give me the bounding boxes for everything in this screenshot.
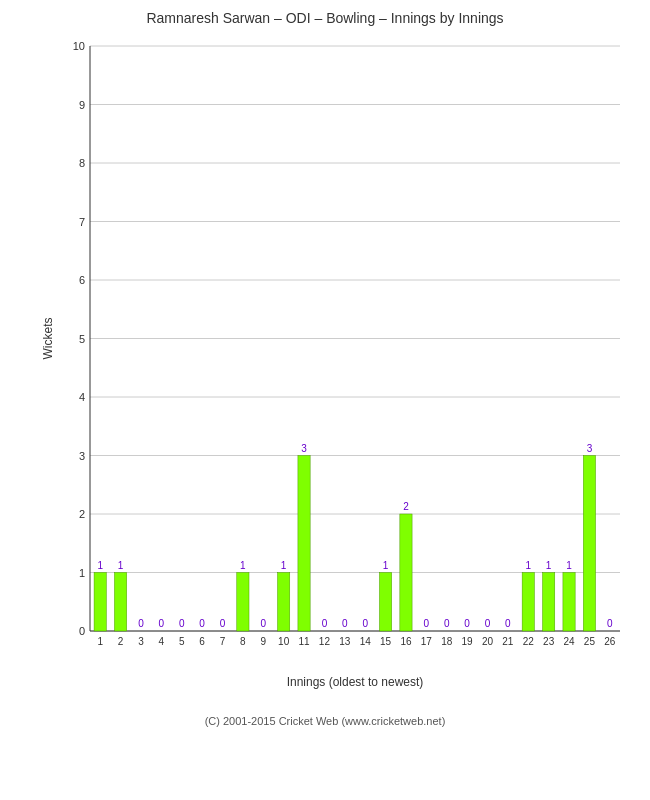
svg-text:8: 8 (240, 636, 246, 647)
svg-text:13: 13 (339, 636, 351, 647)
svg-text:8: 8 (79, 157, 85, 169)
bar (543, 573, 555, 632)
svg-text:25: 25 (584, 636, 596, 647)
svg-text:23: 23 (543, 636, 555, 647)
svg-text:0: 0 (444, 618, 450, 629)
svg-text:1: 1 (97, 560, 103, 571)
svg-text:1: 1 (281, 560, 287, 571)
svg-text:16: 16 (400, 636, 412, 647)
footer-text: (C) 2001-2015 Cricket Web (www.cricketwe… (205, 715, 446, 727)
svg-text:15: 15 (380, 636, 392, 647)
svg-text:14: 14 (360, 636, 372, 647)
svg-text:0: 0 (159, 618, 165, 629)
svg-text:0: 0 (199, 618, 205, 629)
svg-text:3: 3 (79, 450, 85, 462)
svg-text:24: 24 (563, 636, 575, 647)
bar-chart: 012345678910Wickets111203040506071809110… (40, 31, 640, 711)
bar (298, 456, 310, 632)
svg-text:10: 10 (73, 40, 85, 52)
svg-text:0: 0 (505, 618, 511, 629)
svg-text:21: 21 (502, 636, 514, 647)
svg-text:0: 0 (362, 618, 368, 629)
bar (563, 573, 575, 632)
svg-text:6: 6 (79, 274, 85, 286)
bar (379, 573, 391, 632)
svg-text:0: 0 (607, 618, 613, 629)
bar (94, 573, 106, 632)
svg-text:0: 0 (342, 618, 348, 629)
svg-text:0: 0 (179, 618, 185, 629)
svg-text:3: 3 (138, 636, 144, 647)
svg-text:17: 17 (421, 636, 433, 647)
svg-text:9: 9 (79, 99, 85, 111)
svg-text:3: 3 (301, 443, 307, 454)
svg-text:22: 22 (523, 636, 535, 647)
svg-text:1: 1 (383, 560, 389, 571)
svg-text:0: 0 (220, 618, 226, 629)
svg-text:6: 6 (199, 636, 205, 647)
svg-text:0: 0 (424, 618, 430, 629)
bar (522, 573, 534, 632)
svg-text:1: 1 (525, 560, 531, 571)
svg-text:0: 0 (464, 618, 470, 629)
svg-text:1: 1 (566, 560, 572, 571)
bar (237, 573, 249, 632)
svg-text:10: 10 (278, 636, 290, 647)
svg-text:1: 1 (546, 560, 552, 571)
svg-text:Innings (oldest to newest): Innings (oldest to newest) (287, 675, 424, 689)
svg-text:0: 0 (138, 618, 144, 629)
svg-text:0: 0 (322, 618, 328, 629)
svg-text:5: 5 (79, 333, 85, 345)
svg-text:11: 11 (298, 636, 310, 647)
bar (278, 573, 290, 632)
svg-text:2: 2 (79, 508, 85, 520)
svg-text:2: 2 (403, 501, 409, 512)
svg-text:7: 7 (220, 636, 226, 647)
svg-text:0: 0 (485, 618, 491, 629)
svg-text:4: 4 (159, 636, 165, 647)
svg-text:1: 1 (97, 636, 103, 647)
svg-text:26: 26 (604, 636, 616, 647)
svg-text:18: 18 (441, 636, 453, 647)
chart-container: Ramnaresh Sarwan – ODI – Bowling – Innin… (0, 0, 650, 800)
svg-text:1: 1 (240, 560, 246, 571)
bar (114, 573, 126, 632)
svg-text:4: 4 (79, 391, 85, 403)
bar (400, 514, 412, 631)
svg-text:0: 0 (260, 618, 266, 629)
svg-text:1: 1 (118, 560, 124, 571)
svg-text:2: 2 (118, 636, 124, 647)
svg-text:12: 12 (319, 636, 331, 647)
bar (583, 456, 595, 632)
chart-area: 012345678910Wickets111203040506071809110… (40, 31, 640, 711)
svg-text:19: 19 (462, 636, 474, 647)
chart-title: Ramnaresh Sarwan – ODI – Bowling – Innin… (146, 10, 503, 26)
svg-text:5: 5 (179, 636, 185, 647)
svg-text:9: 9 (260, 636, 266, 647)
svg-text:7: 7 (79, 216, 85, 228)
svg-text:Wickets: Wickets (41, 318, 55, 360)
svg-text:1: 1 (79, 567, 85, 579)
svg-text:0: 0 (79, 625, 85, 637)
svg-text:20: 20 (482, 636, 494, 647)
svg-text:3: 3 (587, 443, 593, 454)
